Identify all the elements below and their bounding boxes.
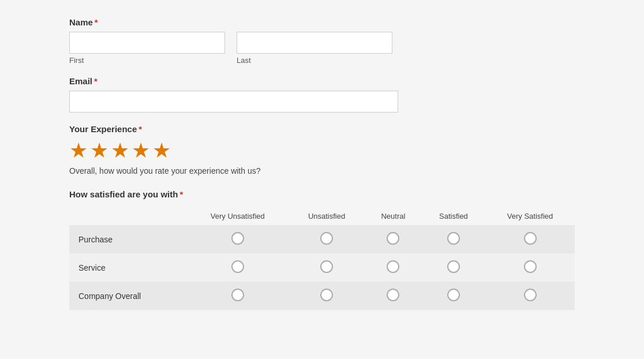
cell-1-unsatisfied [289, 253, 365, 282]
radio-2-unsatisfied[interactable] [320, 289, 333, 301]
radio-2-very-unsatisfied[interactable] [231, 289, 244, 301]
radio-1-neutral[interactable] [387, 260, 399, 273]
radio-1-very-unsatisfied[interactable] [231, 260, 244, 273]
radio-1-very-satisfied[interactable] [524, 260, 537, 273]
radio-0-very-unsatisfied[interactable] [231, 232, 244, 245]
cell-2-neutral [365, 282, 422, 310]
cell-1-very-satisfied [485, 253, 575, 282]
cell-2-very-satisfied [485, 282, 575, 310]
radio-1-unsatisfied[interactable] [320, 260, 333, 273]
cell-0-very-unsatisfied [187, 225, 289, 253]
cell-2-very-unsatisfied [187, 282, 289, 310]
experience-description: Overall, how would you rate your experie… [69, 166, 575, 175]
satisfaction-label-text: How satisfied are you with [69, 189, 178, 199]
col-header-very-unsatisfied: Very Unsatisfied [187, 207, 289, 225]
name-inputs-row: First Last [69, 32, 575, 65]
cell-2-unsatisfied [289, 282, 365, 310]
col-header-very-satisfied: Very Satisfied [485, 207, 575, 225]
first-label: First [69, 56, 225, 65]
radio-0-satisfied[interactable] [447, 232, 460, 245]
email-field-group: Email* [69, 76, 575, 113]
name-label: Name* [69, 17, 575, 27]
row-label-2: Company Overall [69, 282, 187, 310]
last-label: Last [237, 56, 392, 65]
stars-row[interactable]: ★ ★ ★ ★ ★ [69, 139, 575, 163]
table-row: Company Overall [69, 282, 575, 310]
cell-0-satisfied [422, 225, 485, 253]
last-name-wrapper: Last [237, 32, 392, 65]
star-4[interactable]: ★ [132, 139, 150, 163]
first-name-wrapper: First [69, 32, 225, 65]
row-label-0: Purchase [69, 225, 187, 253]
radio-0-unsatisfied[interactable] [320, 232, 333, 245]
star-1[interactable]: ★ [69, 139, 88, 163]
form-container: Name* First Last Email* Your Experience*… [0, 0, 644, 339]
radio-2-very-satisfied[interactable] [524, 289, 537, 301]
radio-2-satisfied[interactable] [447, 289, 460, 301]
email-input[interactable] [69, 91, 398, 113]
star-3[interactable]: ★ [111, 139, 129, 163]
first-name-input[interactable] [69, 32, 225, 54]
experience-required-star: * [138, 124, 142, 134]
cell-2-satisfied [422, 282, 485, 310]
cell-1-very-unsatisfied [187, 253, 289, 282]
col-header-neutral: Neutral [365, 207, 422, 225]
name-label-text: Name [69, 17, 93, 27]
satisfaction-required-star: * [179, 189, 183, 199]
radio-0-neutral[interactable] [387, 232, 399, 245]
table-header-row: Very Unsatisfied Unsatisfied Neutral Sat… [69, 207, 575, 225]
radio-2-neutral[interactable] [387, 289, 399, 301]
email-label-text: Email [69, 76, 92, 86]
star-2[interactable]: ★ [90, 139, 108, 163]
email-required-star: * [94, 76, 98, 86]
email-label: Email* [69, 76, 575, 86]
col-header-unsatisfied: Unsatisfied [289, 207, 365, 225]
satisfaction-field-group: How satisfied are you with* Very Unsatis… [69, 189, 575, 310]
satisfaction-table: Very Unsatisfied Unsatisfied Neutral Sat… [69, 207, 575, 310]
star-5[interactable]: ★ [152, 139, 171, 163]
col-header-item [69, 207, 187, 225]
col-header-satisfied: Satisfied [422, 207, 485, 225]
name-required-star: * [95, 17, 98, 27]
cell-1-neutral [365, 253, 422, 282]
cell-0-neutral [365, 225, 422, 253]
radio-1-satisfied[interactable] [447, 260, 460, 273]
last-name-input[interactable] [237, 32, 392, 54]
satisfaction-label: How satisfied are you with* [69, 189, 575, 199]
radio-0-very-satisfied[interactable] [524, 232, 537, 245]
cell-1-satisfied [422, 253, 485, 282]
table-row: Service [69, 253, 575, 282]
name-field-group: Name* First Last [69, 17, 575, 65]
experience-field-group: Your Experience* ★ ★ ★ ★ ★ Overall, how … [69, 124, 575, 175]
experience-label-text: Your Experience [69, 124, 137, 134]
experience-label: Your Experience* [69, 124, 575, 134]
table-row: Purchase [69, 225, 575, 253]
cell-0-unsatisfied [289, 225, 365, 253]
row-label-1: Service [69, 253, 187, 282]
cell-0-very-satisfied [485, 225, 575, 253]
